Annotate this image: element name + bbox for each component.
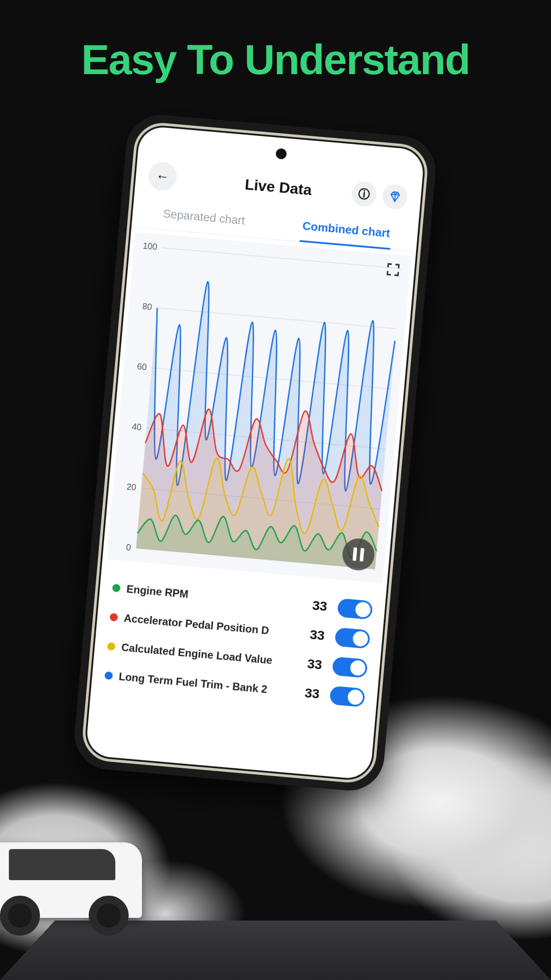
back-button[interactable]: ← [147,161,178,192]
svg-line-4 [157,308,396,329]
legend-toggle[interactable] [335,627,370,649]
combined-line-chart: 020406080100 [112,241,406,578]
legend-toggle[interactable] [332,656,368,678]
promo-headline: Easy To Understand [0,36,551,84]
page-title: Live Data [244,176,312,199]
svg-text:80: 80 [142,301,153,312]
svg-text:40: 40 [131,421,142,432]
legend-color-dot [107,642,116,651]
svg-text:20: 20 [126,482,137,492]
svg-text:0: 0 [126,542,131,552]
svg-text:60: 60 [137,361,147,372]
phone-mockup: ← Live Data ⓘ Separated chart [72,112,438,793]
legend-value: 33 [295,655,323,672]
pause-icon [360,548,365,562]
svg-line-5 [162,248,401,269]
legend-list: Engine RPM33Accelerator Pedal Position D… [91,559,387,714]
info-button[interactable]: ⓘ [350,181,378,208]
legend-color-dot [104,671,113,680]
legend-value: 33 [300,597,328,614]
pause-icon [353,547,358,561]
legend-value: 33 [292,684,320,702]
info-icon: ⓘ [358,186,370,202]
chart-container: 020406080100 [107,232,411,584]
diamond-icon [388,190,401,203]
legend-color-dot [112,584,121,593]
legend-label: Long Term Fuel Trim - Bank 2 [118,670,294,698]
legend-toggle[interactable] [329,686,365,707]
legend-color-dot [110,613,118,622]
legend-value: 33 [297,626,325,643]
expand-chart-button[interactable] [386,262,401,277]
legend-toggle[interactable] [337,598,373,620]
svg-text:100: 100 [142,241,157,252]
back-arrow-icon: ← [155,168,170,184]
background-car [0,811,160,944]
premium-button[interactable] [382,183,409,210]
expand-icon [386,262,401,277]
